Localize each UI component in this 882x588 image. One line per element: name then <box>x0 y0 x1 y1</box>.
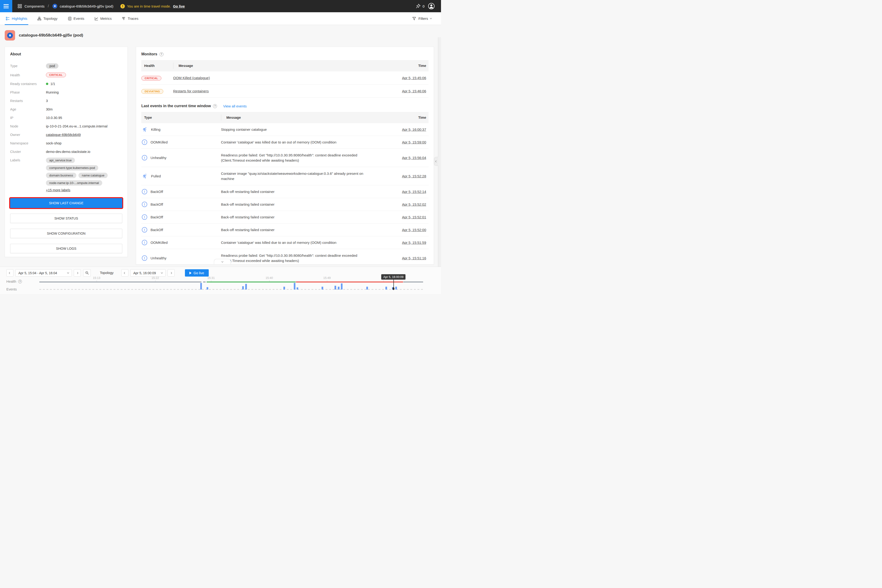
app-root: Components / catalogue-69b58cb649-gjl5v … <box>0 0 441 294</box>
time-travel-text: You are in time travel mode. <box>127 4 171 8</box>
chevron-down-icon <box>67 272 69 273</box>
tab-traces[interactable]: Traces <box>121 12 139 25</box>
health-segment-unknown[interactable] <box>203 282 206 282</box>
menu-button[interactable] <box>0 0 12 12</box>
monitor-message-link[interactable]: OOM Killed (catalogue) <box>173 76 210 80</box>
pin-button[interactable]: 0 <box>416 3 424 9</box>
show-logs-button[interactable]: SHOW LOGS <box>10 244 122 253</box>
monitor-message-link[interactable]: Restarts for containers <box>173 89 209 93</box>
about-row-age: Age 30m <box>10 107 122 111</box>
filters-button[interactable]: Filters <box>412 16 441 21</box>
tab-metrics[interactable]: Metrics <box>93 12 112 25</box>
chevron-right-icon <box>170 272 172 274</box>
restarts-value: 3 <box>46 98 48 103</box>
event-time-link[interactable]: Apr 5, 15:52:14 <box>402 190 426 194</box>
event-type-label: Killing <box>151 128 160 132</box>
page-title: catalogue-69b58cb649-gjl5v (pod) <box>19 33 83 38</box>
scroll-down-button[interactable] <box>214 259 231 264</box>
field-label: Labels <box>10 158 46 162</box>
help-icon[interactable]: ? <box>18 280 22 284</box>
range-next-button[interactable] <box>74 269 81 277</box>
events-table-header: Type Message Time <box>141 112 429 123</box>
label-pill: node-name:ip-10-...ompute.internal <box>46 180 102 186</box>
event-bar[interactable] <box>200 283 202 290</box>
monitors-table-header: Health Message Time <box>141 60 429 71</box>
go-live-link[interactable]: Go live <box>173 4 185 8</box>
help-icon[interactable]: ? <box>159 52 164 56</box>
expand-right-panel-button[interactable] <box>434 157 438 166</box>
event-time-link[interactable]: Apr 5, 15:52:01 <box>402 215 426 219</box>
event-bar[interactable] <box>294 283 296 290</box>
time-next-button[interactable] <box>168 269 175 277</box>
event-bar[interactable] <box>338 287 339 290</box>
event-time-link[interactable]: Apr 5, 15:59:00 <box>402 140 426 144</box>
components-grid-icon <box>17 4 22 9</box>
event-time-link[interactable]: Apr 5, 15:52:00 <box>402 228 426 232</box>
event-time-link[interactable]: Apr 5, 15:52:28 <box>402 174 426 178</box>
time-prev-button[interactable] <box>122 269 128 277</box>
node-value: ip-10-0-21-204.eu-w...1.compute.internal <box>46 124 107 128</box>
monitor-time-link[interactable]: Apr 5, 15:46:06 <box>402 89 426 93</box>
avatar[interactable] <box>428 3 435 10</box>
column-divider <box>221 114 221 121</box>
time-range-select[interactable]: Apr 5, 15:04 - Apr 5, 16:04 <box>15 269 72 277</box>
topology-time-select[interactable]: Apr 5, 16:00:09 <box>130 269 166 277</box>
pin-count: 0 <box>423 4 424 8</box>
details-panel: Monitors ? Health Message Time CRITICAL … <box>136 46 434 264</box>
time-marker-line[interactable] <box>393 280 394 288</box>
tab-events[interactable]: Events <box>66 12 85 25</box>
event-type-label: BackOff <box>150 215 163 219</box>
health-segment-unknown[interactable] <box>39 282 201 282</box>
help-icon[interactable]: ? <box>213 104 217 108</box>
col-message: Message <box>178 64 379 68</box>
event-time-link[interactable]: Apr 5, 15:52:02 <box>402 202 426 206</box>
event-bar[interactable] <box>341 284 342 290</box>
event-bar[interactable] <box>245 284 247 290</box>
play-icon <box>189 272 192 274</box>
zoom-out-button[interactable] <box>83 269 91 277</box>
event-time-link[interactable]: Apr 5, 16:00:37 <box>402 128 426 132</box>
event-bar[interactable] <box>297 287 298 290</box>
breadcrumb-entity[interactable]: catalogue-69b58cb649-gjl5v (pod) <box>60 4 114 8</box>
field-label: Type <box>10 63 46 68</box>
breadcrumb-components[interactable]: Components <box>24 4 45 8</box>
event-bar[interactable] <box>207 287 208 290</box>
event-bar[interactable] <box>395 287 397 290</box>
running-event-icon <box>142 126 148 132</box>
monitor-time-link[interactable]: Apr 5, 15:45:06 <box>402 76 426 80</box>
owner-link[interactable]: catalogue-69b58cb649 <box>46 132 81 136</box>
tab-topology[interactable]: Topology <box>36 12 58 25</box>
show-last-change-button[interactable]: SHOW LAST CHANGE <box>10 198 122 208</box>
view-all-events-link[interactable]: View all events <box>223 104 247 108</box>
tab-highlights[interactable]: Highlights <box>5 12 28 25</box>
health-segment-unknown[interactable] <box>403 282 423 282</box>
event-row: ! BackOff Back-off restarting failed con… <box>141 198 429 211</box>
field-label: Namespace <box>10 141 46 145</box>
event-time-link[interactable]: Apr 5, 15:51:16 <box>402 256 426 260</box>
label-pill: api_service:true <box>46 158 75 163</box>
go-live-button[interactable]: Go live <box>185 269 209 277</box>
running-event-icon <box>142 173 148 179</box>
warning-event-icon: ! <box>142 202 147 207</box>
event-bar[interactable] <box>334 286 336 290</box>
event-bar[interactable] <box>366 287 368 290</box>
event-bar[interactable] <box>386 287 387 290</box>
field-label: Age <box>10 107 46 111</box>
event-type-label: Unhealthy <box>150 156 166 160</box>
range-prev-button[interactable] <box>6 269 14 277</box>
health-segment-healthy[interactable] <box>207 282 296 282</box>
time-marker-pin[interactable] <box>393 287 394 290</box>
event-bar[interactable] <box>242 286 244 290</box>
show-status-button[interactable]: SHOW STATUS <box>10 214 122 223</box>
show-configuration-button[interactable]: SHOW CONFIGURATION <box>10 229 122 238</box>
event-time-link[interactable]: Apr 5, 15:56:04 <box>402 156 426 160</box>
more-labels-link[interactable]: +15 more labels <box>46 188 70 192</box>
col-time: Time <box>379 64 429 68</box>
cluster-value: demo-dev.demo.stackstate.io <box>46 149 90 154</box>
event-bar[interactable] <box>284 287 285 290</box>
event-row: ! BackOff Back-off restarting failed con… <box>141 224 429 236</box>
health-segment-critical[interactable] <box>296 282 403 282</box>
zoom-out-icon <box>85 271 89 275</box>
event-time-link[interactable]: Apr 5, 15:51:59 <box>402 240 426 244</box>
event-bar[interactable] <box>322 287 323 290</box>
